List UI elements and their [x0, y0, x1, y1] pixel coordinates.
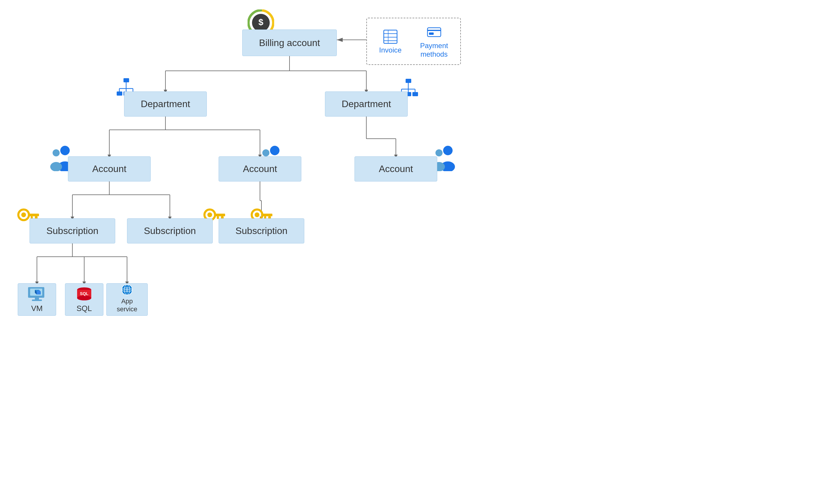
diagram-container: $ Billing account Invoice Paymentme [0, 0, 839, 504]
svg-text:$: $ [258, 17, 263, 27]
department2-box: Department [325, 91, 408, 116]
sub2-label: Subscription [144, 226, 196, 236]
appservice-label: Appservice [117, 298, 137, 313]
svg-point-93 [255, 213, 259, 217]
account3-label: Account [379, 163, 413, 174]
svg-rect-53 [117, 91, 122, 96]
svg-rect-44 [384, 30, 397, 43]
svg-point-83 [21, 213, 26, 217]
invoice-item: Invoice [379, 29, 401, 54]
svg-point-73 [50, 162, 62, 171]
sub3-label: Subscription [236, 226, 288, 236]
svg-rect-89 [215, 214, 225, 216]
invoice-payment-box: Invoice Paymentmethods [366, 18, 461, 65]
svg-rect-52 [123, 78, 129, 82]
svg-rect-64 [412, 92, 418, 96]
department1-box: Department [124, 91, 207, 116]
sql-box: SQL SQL [65, 283, 103, 316]
svg-rect-103 [32, 300, 42, 301]
appservice-icon [117, 284, 137, 296]
account2-label: Account [243, 163, 277, 174]
payment-icon [426, 24, 442, 40]
billing-account-label: Billing account [259, 37, 320, 48]
sql-label: SQL [76, 304, 92, 313]
vm-icon [27, 286, 47, 303]
subscription1-box: Subscription [30, 218, 115, 244]
account2-box: Account [219, 156, 301, 181]
account3-box: Account [355, 156, 437, 181]
invoice-label: Invoice [379, 46, 401, 54]
dept2-label: Department [342, 98, 391, 109]
svg-rect-49 [427, 28, 441, 37]
invoice-icon [382, 29, 398, 45]
dept1-label: Department [141, 98, 190, 109]
svg-rect-94 [262, 214, 272, 216]
svg-text:SQL: SQL [80, 291, 89, 296]
payment-label: Paymentmethods [420, 42, 448, 59]
svg-rect-61 [406, 79, 411, 83]
svg-rect-84 [28, 214, 39, 216]
payment-methods-item: Paymentmethods [420, 24, 448, 59]
connector-lines [0, 0, 839, 504]
svg-point-106 [77, 296, 91, 300]
svg-point-78 [443, 146, 452, 155]
svg-point-80 [435, 149, 443, 156]
svg-point-76 [262, 149, 270, 156]
subscription3-box: Subscription [219, 218, 304, 244]
vm-label: VM [31, 304, 43, 313]
sql-icon: SQL [74, 286, 95, 303]
account1-box: Account [68, 156, 151, 181]
account1-label: Account [92, 163, 126, 174]
sub1-label: Subscription [46, 226, 98, 236]
svg-point-70 [60, 146, 70, 155]
svg-point-74 [270, 146, 279, 155]
svg-rect-102 [35, 298, 39, 300]
vm-box: VM [18, 283, 56, 316]
subscription2-box: Subscription [127, 218, 213, 244]
svg-point-72 [53, 149, 60, 156]
svg-rect-51 [429, 33, 434, 35]
svg-point-88 [207, 213, 212, 217]
billing-account-box: Billing account [242, 30, 337, 56]
appservice-box: Appservice [106, 283, 148, 316]
